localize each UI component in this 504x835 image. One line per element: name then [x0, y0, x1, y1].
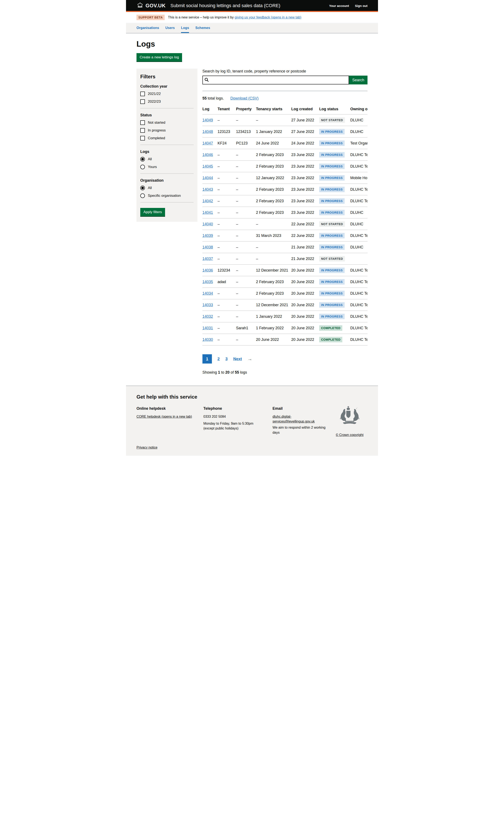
table-row: 14039 – – 31 March 2023 22 June 2022 IN … — [202, 230, 367, 242]
table-row: 14049 – – – 27 June 2022 NOT STARTED DLU… — [202, 115, 367, 126]
telephone-hours: Monday to Friday, 9am to 5:30pm — [203, 422, 253, 425]
option-label: All — [148, 186, 152, 190]
radio-org-specific[interactable] — [140, 194, 145, 198]
checkbox-in-progress[interactable] — [140, 128, 145, 133]
log-created-cell: 20 June 2022 — [291, 276, 319, 288]
status-badge: NOT STARTED — [319, 221, 345, 227]
your-account-link[interactable]: Your account — [329, 4, 349, 7]
log-id-link[interactable]: 14040 — [202, 222, 213, 226]
status-option-not-started[interactable]: Not started — [140, 120, 194, 125]
pagination: 1 2 3 Next → — [202, 354, 367, 364]
logs-option-all[interactable]: All — [140, 157, 194, 162]
log-id-link[interactable]: 14032 — [202, 314, 213, 319]
filter-divider — [140, 108, 194, 108]
organisation-option-specific[interactable]: Specific organisation — [140, 194, 194, 198]
log-id-link[interactable]: 14042 — [202, 199, 213, 203]
collection-year-option-2021-22[interactable]: 2021/22 — [140, 91, 194, 96]
email-link[interactable]: dluhc.digital-services@levellingup.gov.u… — [273, 415, 315, 423]
results-summary: 55 total logs. Download (CSV) — [202, 96, 367, 101]
owning-organisation-cell: DLUHC — [350, 207, 367, 219]
pagination-page-1-current[interactable]: 1 — [202, 354, 212, 364]
pagination-page-3[interactable]: 3 — [225, 357, 228, 361]
column-header-log-created: Log created — [291, 106, 319, 115]
checkbox-2021-22[interactable] — [140, 91, 145, 96]
nav-item-logs[interactable]: Logs — [181, 26, 189, 33]
log-id-link[interactable]: 14036 — [202, 268, 213, 272]
log-id-link[interactable]: 14038 — [202, 245, 213, 249]
property-cell: – — [236, 184, 256, 195]
table-row: 14033 – – 12 December 2021 20 June 2022 … — [202, 299, 367, 311]
crown-copyright-link[interactable]: © Crown copyright — [336, 433, 363, 437]
log-id-link[interactable]: 14043 — [202, 187, 213, 191]
create-lettings-log-button[interactable]: Create a new lettings log — [137, 53, 182, 62]
log-id-link[interactable]: 14033 — [202, 303, 213, 307]
table-row: 14042 – – 2 February 2023 23 June 2022 I… — [202, 195, 367, 207]
nav-item-users[interactable]: Users — [165, 26, 175, 33]
option-label: 2021/22 — [148, 92, 161, 96]
tenancy-starts-cell: 31 March 2023 — [256, 230, 291, 242]
log-id-link[interactable]: 14037 — [202, 257, 213, 261]
tenancy-starts-cell: 1 February 2022 — [256, 322, 291, 334]
column-header-log-status: Log status — [319, 106, 350, 115]
log-id-link[interactable]: 14047 — [202, 141, 213, 145]
search-input[interactable] — [202, 76, 349, 84]
table-row: 14031 – Sarah1 1 February 2022 20 June 2… — [202, 322, 367, 334]
status-option-completed[interactable]: Completed — [140, 136, 194, 141]
privacy-notice-link[interactable]: Privacy notice — [137, 446, 158, 449]
govuk-logo[interactable]: GOV.UK Submit social housing lettings an… — [137, 2, 280, 9]
log-id-link[interactable]: 14039 — [202, 233, 213, 238]
property-cell: – — [236, 230, 256, 242]
owning-organisation-cell: DLUHC Tes — [350, 230, 367, 242]
service-name: Submit social housing lettings and sales… — [170, 3, 280, 8]
organisation-option-all[interactable]: All — [140, 186, 194, 190]
tenancy-starts-cell: – — [256, 115, 291, 126]
table-row: 14045 – – 2 February 2023 23 June 2022 I… — [202, 161, 367, 172]
collection-year-option-2022-23[interactable]: 2022/23 — [140, 99, 194, 104]
tenant-cell: – — [218, 299, 236, 311]
search-label: Search by log ID, tenant code, property … — [202, 69, 367, 74]
log-created-cell: 20 June 2022 — [291, 322, 319, 334]
status-option-in-progress[interactable]: In progress — [140, 128, 194, 133]
log-id-link[interactable]: 14035 — [202, 280, 213, 284]
radio-logs-all[interactable] — [140, 157, 145, 162]
log-id-link[interactable]: 14048 — [202, 129, 213, 134]
tenant-cell: – — [218, 242, 236, 253]
radio-org-all[interactable] — [140, 186, 145, 190]
log-id-link[interactable]: 14046 — [202, 153, 213, 157]
log-id-link[interactable]: 14045 — [202, 164, 213, 168]
search-button[interactable]: Search — [349, 76, 367, 84]
status-badge: IN PROGRESS — [319, 187, 345, 192]
tenant-cell: – — [218, 172, 236, 184]
feedback-link[interactable]: giving us your feedback (opens in a new … — [235, 16, 301, 19]
nav-item-organisations[interactable]: Organisations — [137, 26, 159, 33]
checkbox-2022-23[interactable] — [140, 99, 145, 104]
status-badge: IN PROGRESS — [319, 198, 345, 204]
status-badge: IN PROGRESS — [319, 233, 345, 238]
log-id-link[interactable]: 14044 — [202, 176, 213, 180]
download-csv-link[interactable]: Download (CSV) — [230, 96, 259, 100]
checkbox-not-started[interactable] — [140, 120, 145, 125]
apply-filters-button[interactable]: Apply filters — [140, 208, 165, 216]
filter-divider — [140, 145, 194, 145]
log-id-link[interactable]: 14031 — [202, 326, 213, 330]
royal-coat-of-arms-icon — [339, 426, 361, 430]
log-id-link[interactable]: 14034 — [202, 291, 213, 296]
nav-item-schemes[interactable]: Schemes — [195, 26, 210, 33]
telephone-note: (except public holidays) — [203, 427, 238, 430]
core-helpdesk-link[interactable]: CORE helpdesk (opens in a new tab) — [137, 415, 192, 418]
owning-organisation-cell: DLUHC Tes — [350, 149, 367, 161]
pagination-page-2[interactable]: 2 — [218, 357, 220, 361]
sign-out-link[interactable]: Sign out — [355, 4, 367, 7]
table-row: 14034 – – 2 February 2023 20 June 2022 I… — [202, 288, 367, 299]
pagination-next-link[interactable]: Next — [233, 357, 242, 361]
checkbox-completed[interactable] — [140, 136, 145, 141]
tenant-cell: 123123 — [218, 126, 236, 138]
log-created-cell: 20 June 2022 — [291, 299, 319, 311]
footer-helpdesk-column: Online helpdesk CORE helpdesk (opens in … — [137, 406, 203, 419]
tenant-cell: – — [218, 161, 236, 172]
log-id-link[interactable]: 14041 — [202, 210, 213, 215]
log-id-link[interactable]: 14049 — [202, 118, 213, 122]
radio-logs-yours[interactable] — [140, 165, 145, 169]
logs-option-yours[interactable]: Yours — [140, 165, 194, 169]
log-id-link[interactable]: 14030 — [202, 338, 213, 342]
